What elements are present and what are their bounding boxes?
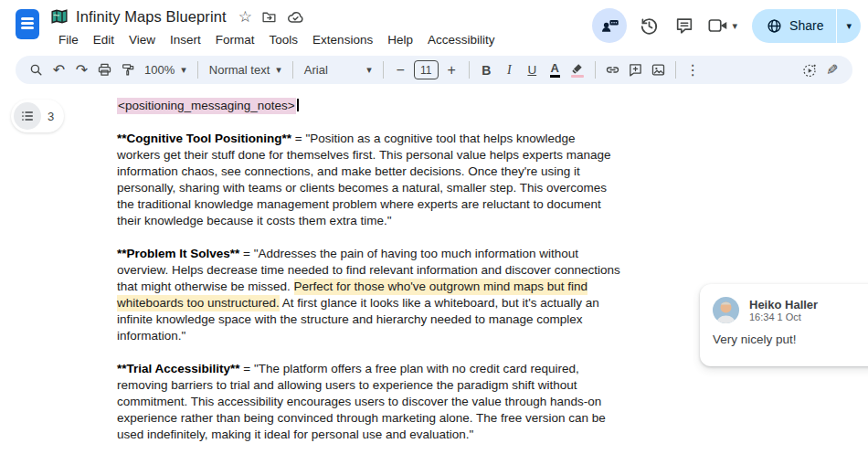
paint-format-button[interactable] — [116, 58, 139, 82]
more-toolbar-options-button[interactable]: ⋮ — [682, 58, 704, 82]
comments-icon — [674, 16, 694, 36]
underline-button[interactable]: U — [521, 58, 544, 82]
insert-image-button[interactable] — [647, 58, 670, 82]
minus-icon: − — [397, 63, 405, 78]
avatar — [713, 297, 739, 323]
menu-edit[interactable]: Edit — [86, 30, 122, 49]
toolbar-divider — [675, 61, 676, 79]
add-comment-button[interactable] — [624, 58, 647, 82]
paragraph-style-caret-icon: ▾ — [276, 65, 281, 75]
paragraph-trial-accessibility[interactable]: **Trial Accessibility** = "The platform … — [117, 361, 621, 443]
video-call-button[interactable]: ▾ — [707, 16, 738, 35]
menu-extensions[interactable]: Extensions — [305, 30, 380, 49]
toolbar-divider — [595, 61, 596, 79]
zoom-value: 100% — [144, 63, 175, 77]
image-icon — [651, 62, 666, 78]
move-to-folder-icon[interactable] — [260, 9, 278, 25]
undo-button[interactable]: ↶ — [48, 58, 70, 82]
highlighter-icon — [571, 63, 584, 78]
menu-accessibility[interactable]: Accessibility — [420, 30, 503, 49]
menu-file[interactable]: File — [51, 30, 86, 49]
text-color-icon: A — [550, 62, 560, 78]
editing-mode-button[interactable]: ✎ — [820, 58, 843, 82]
paragraph-style-value: Normal text — [209, 63, 270, 77]
zoom-select[interactable]: 100% ▾ — [139, 58, 192, 82]
paragraph-problem-it-solves[interactable]: **Problem It Solves** = "Addresses the p… — [117, 246, 621, 344]
star-icon[interactable]: ☆ — [238, 7, 252, 26]
search-menus-button[interactable] — [25, 58, 48, 82]
highlight-color-button[interactable] — [566, 58, 589, 82]
toolbar-divider — [469, 61, 470, 79]
link-icon — [604, 62, 621, 78]
comment-add-icon — [628, 62, 643, 78]
tabs-outline-button[interactable] — [14, 102, 41, 130]
insert-link-button[interactable] — [601, 58, 624, 82]
paragraph-style-select[interactable]: Normal text ▾ — [204, 58, 287, 82]
paragraph-bold-lead: **Trial Accessibility** — [117, 362, 240, 375]
bold-button[interactable]: B — [475, 58, 498, 82]
toolbar-divider — [292, 61, 293, 79]
plus-icon: + — [448, 63, 456, 78]
cloud-saved-icon[interactable] — [286, 9, 305, 25]
comment-author-name: Heiko Haller — [749, 298, 818, 311]
print-button[interactable] — [93, 58, 116, 82]
tabs-outline-control[interactable]: 3 — [11, 100, 64, 132]
comment-header: Heiko Haller 16:34 1 Oct — [700, 284, 868, 323]
redo-button[interactable]: ↷ — [70, 58, 93, 82]
menu-help[interactable]: Help — [380, 30, 420, 49]
menu-view[interactable]: View — [122, 30, 163, 49]
tagline-line[interactable]: <positioning_messaging_notes> — [117, 98, 621, 114]
more-vertical-icon: ⋮ — [685, 63, 700, 78]
text-color-button[interactable]: A — [544, 58, 566, 82]
version-history-button[interactable] — [638, 14, 662, 37]
toolbar: ↶ ↷ 100% ▾ Normal text ▾ Arial ▾ — [16, 56, 852, 84]
history-clock-icon — [639, 16, 660, 37]
share-button[interactable]: Share ▾ — [752, 9, 861, 43]
share-button-main[interactable]: Share — [752, 9, 836, 43]
paragraph-cognitive-tool-positioning[interactable]: **Cognitive Tool Positioning** = "Positi… — [117, 131, 621, 229]
share-caret-icon: ▾ — [846, 21, 852, 31]
comment-text: Very nicely put! — [700, 323, 868, 346]
paragraph-text: = "Position as a cognitive tool that hel… — [117, 132, 611, 227]
italic-button[interactable]: I — [498, 58, 521, 82]
open-comments-button[interactable] — [672, 14, 696, 37]
share-dropdown[interactable]: ▾ — [837, 9, 861, 43]
menu-insert[interactable]: Insert — [163, 30, 208, 49]
comment-card[interactable]: Heiko Haller 16:34 1 Oct Very nicely put… — [700, 284, 868, 366]
toolbar-divider — [197, 61, 198, 79]
text-cursor — [297, 99, 299, 111]
paint-roller-icon — [121, 62, 135, 78]
document-editing-area[interactable]: <positioning_messaging_notes> **Cognitiv… — [117, 98, 621, 454]
font-value: Arial — [304, 63, 328, 77]
map-emoji-icon — [51, 9, 68, 24]
motion-play-button[interactable] — [798, 58, 820, 82]
share-button-label: Share — [789, 18, 823, 33]
zoom-caret-icon: ▾ — [181, 65, 186, 75]
top-bar-actions: ▾ Share ▾ — [592, 8, 861, 43]
person-chat-icon — [599, 16, 619, 35]
menu-tools[interactable]: Tools — [262, 30, 306, 49]
menu-format[interactable]: Format — [208, 30, 262, 49]
tabs-count-badge: 3 — [48, 110, 61, 123]
comment-author-block: Heiko Haller 16:34 1 Oct — [749, 298, 818, 323]
collaborator-presence-button[interactable] — [592, 8, 627, 43]
globe-icon — [767, 18, 782, 34]
font-select[interactable]: Arial ▾ — [299, 58, 377, 82]
tagline-highlighted-text[interactable]: <positioning_messaging_notes> — [117, 98, 296, 114]
decrease-font-size-button[interactable]: − — [389, 58, 412, 82]
clock-play-icon — [801, 62, 818, 79]
video-call-caret-icon[interactable]: ▾ — [733, 21, 738, 31]
undo-icon: ↶ — [53, 63, 65, 78]
google-docs-logo-icon[interactable] — [16, 9, 39, 39]
font-size-input[interactable]: 11 — [414, 60, 439, 79]
google-docs-window: Infinity Maps Blueprint ☆ File — [0, 0, 868, 454]
increase-font-size-button[interactable]: + — [440, 58, 463, 82]
bulleted-list-icon — [20, 109, 35, 123]
editing-pencil-icon: ✎ — [826, 63, 838, 78]
document-title[interactable]: Infinity Maps Blueprint — [76, 8, 227, 26]
print-icon — [97, 62, 112, 78]
underline-icon: U — [527, 63, 536, 77]
comment-timestamp: 16:34 1 Oct — [749, 311, 818, 323]
toolbar-divider — [383, 61, 384, 79]
title-block: Infinity Maps Blueprint ☆ File — [51, 4, 502, 49]
